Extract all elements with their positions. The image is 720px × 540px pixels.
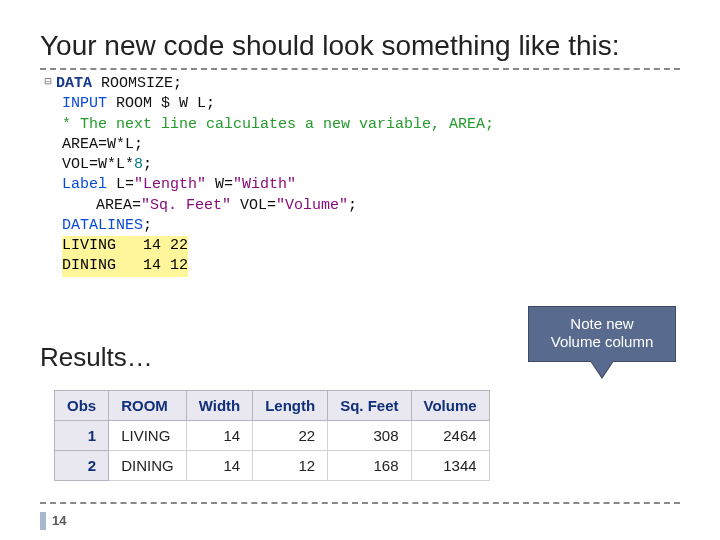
cell-sqfeet: 168 [328,451,411,481]
label-l-val: "Length" [134,176,206,193]
kw-data: DATA [56,75,92,92]
code-line-area: AREA=W*L; [40,135,680,155]
callout-tail [591,361,613,377]
callout-text-2: Volume column [543,333,661,351]
page-number: 14 [52,513,66,528]
cell-room: DINING [109,451,187,481]
area-assign: AREA=W*L [62,136,134,153]
kw-input: INPUT [62,95,107,112]
results-heading: Results… [40,342,153,373]
semicolon: ; [206,95,215,112]
col-volume: Volume [411,391,489,421]
label-area-val: "Sq. Feet" [141,197,231,214]
semicolon: ; [143,156,152,173]
cell-width: 14 [186,451,253,481]
data-row-2: DINING 14 12 [40,256,680,276]
col-room: ROOM [109,391,187,421]
label-vol-val: "Volume" [276,197,348,214]
collapse-icon: ⊟ [40,74,56,90]
results-table: Obs ROOM Width Length Sq. Feet Volume 1 … [54,390,490,481]
literal-8: 8 [134,156,143,173]
footer-divider [40,502,680,504]
label-w: W= [206,176,233,193]
semicolon: ; [134,136,143,153]
cell-obs: 2 [55,451,109,481]
data-row2-room: DINING [62,256,116,276]
data-row-1: LIVING 14 22 [40,236,680,256]
table-row: 2 DINING 14 12 168 1344 [55,451,490,481]
kw-datalines: DATALINES [62,217,143,234]
cell-length: 22 [253,421,328,451]
vol-assign: VOL=W*L* [62,156,134,173]
code-line-data: ⊟DATA ROOMSIZE; [40,74,680,94]
cell-volume: 1344 [411,451,489,481]
cell-length: 12 [253,451,328,481]
data-row1-room: LIVING [62,236,116,256]
data-row1-vals: 14 22 [116,236,188,256]
code-line-input: INPUT ROOM $ W L; [40,94,680,114]
results-table-wrap: Obs ROOM Width Length Sq. Feet Volume 1 … [54,390,490,481]
table-row: 1 LIVING 14 22 308 2464 [55,421,490,451]
code-line-label1: Label L="Length" W="Width" [40,175,680,195]
code-line-vol: VOL=W*L*8; [40,155,680,175]
cell-volume: 2464 [411,421,489,451]
slide: Your new code should look something like… [0,0,720,540]
cell-room: LIVING [109,421,187,451]
code-line-label2: AREA="Sq. Feet" VOL="Volume"; [40,196,680,216]
cell-sqfeet: 308 [328,421,411,451]
cell-obs: 1 [55,421,109,451]
dataset-name: ROOMSIZE [101,75,173,92]
col-width: Width [186,391,253,421]
data-row2-vals: 14 12 [116,256,188,276]
callout-note: Note new Volume column [528,306,676,362]
title-underline [40,68,680,70]
label-l: L= [116,176,134,193]
cell-width: 14 [186,421,253,451]
footer-accent [40,512,46,530]
semicolon: ; [143,217,152,234]
callout-text-1: Note new [543,315,661,333]
semicolon: ; [173,75,182,92]
kw-label: Label [62,176,107,193]
code-line-datalines: DATALINES; [40,216,680,236]
label-area: AREA= [96,197,141,214]
col-sqfeet: Sq. Feet [328,391,411,421]
table-header-row: Obs ROOM Width Length Sq. Feet Volume [55,391,490,421]
label-vol: VOL= [231,197,276,214]
input-spec: ROOM $ W L [116,95,206,112]
col-length: Length [253,391,328,421]
slide-title: Your new code should look something like… [0,0,720,68]
col-obs: Obs [55,391,109,421]
code-comment: * The next line calculates a new variabl… [40,115,680,135]
sas-code-block: ⊟DATA ROOMSIZE; INPUT ROOM $ W L; * The … [40,74,680,277]
semicolon: ; [348,197,357,214]
label-w-val: "Width" [233,176,296,193]
